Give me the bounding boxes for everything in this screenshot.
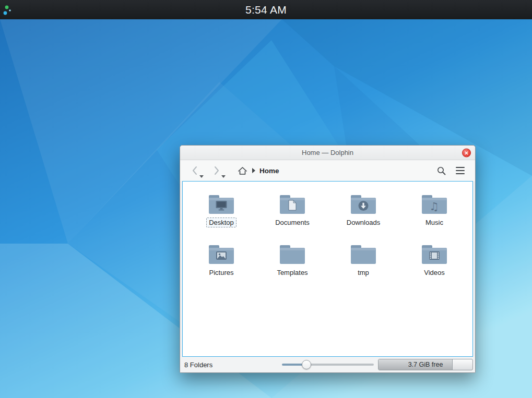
folder-label-documents[interactable]: Documents bbox=[273, 218, 312, 227]
panel-clock: 5:54 AM bbox=[245, 4, 287, 16]
folder-item-music[interactable]: ♫ Music bbox=[399, 189, 470, 239]
forward-history-caret-icon[interactable] bbox=[221, 175, 226, 178]
folder-item-videos[interactable]: Videos bbox=[399, 239, 470, 289]
desktop-folder-icon[interactable] bbox=[207, 193, 236, 216]
status-bar: 8 Folders 3.7 GiB free bbox=[180, 357, 475, 372]
back-arrow-icon bbox=[192, 166, 198, 175]
zoom-slider[interactable] bbox=[282, 359, 374, 370]
folder-label-videos[interactable]: Videos bbox=[421, 268, 447, 278]
free-space-bar: 3.7 GiB free bbox=[378, 359, 473, 370]
folder-item-pictures[interactable]: Pictures bbox=[186, 239, 257, 289]
music-folder-icon[interactable]: ♫ bbox=[420, 193, 449, 216]
menu-button[interactable] bbox=[452, 163, 468, 178]
free-space-label: 3.7 GiB free bbox=[379, 359, 472, 370]
folder-label-pictures[interactable]: Pictures bbox=[207, 268, 237, 278]
top-panel: 5:54 AM bbox=[0, 0, 532, 19]
activities-tray-icon[interactable] bbox=[2, 3, 14, 17]
search-button[interactable] bbox=[433, 163, 449, 178]
folder-item-tmp[interactable]: tmp bbox=[328, 239, 399, 289]
back-button[interactable] bbox=[187, 163, 202, 178]
pictures-folder-icon[interactable] bbox=[207, 243, 236, 266]
search-icon bbox=[436, 166, 446, 176]
folder-view[interactable]: Desktop Documents bbox=[182, 181, 473, 357]
forward-button[interactable] bbox=[209, 163, 224, 178]
zoom-slider-handle[interactable] bbox=[302, 360, 311, 369]
dolphin-window: Home — Dolphin ✕ Home bbox=[180, 145, 476, 373]
items-count: 8 Folders bbox=[184, 361, 212, 369]
folder-item-downloads[interactable]: Downloads bbox=[328, 189, 399, 239]
hamburger-menu-icon bbox=[456, 167, 465, 174]
folder-item-templates[interactable]: Templates bbox=[257, 239, 328, 289]
back-history-caret-icon[interactable] bbox=[199, 175, 204, 178]
folder-label-templates[interactable]: Templates bbox=[274, 268, 310, 278]
folder-item-desktop[interactable]: Desktop bbox=[186, 189, 257, 239]
forward-arrow-icon bbox=[214, 166, 220, 175]
templates-folder-icon[interactable] bbox=[278, 243, 307, 266]
window-toolbar: Home bbox=[180, 160, 475, 181]
folder-label-music[interactable]: Music bbox=[423, 218, 446, 227]
home-button[interactable] bbox=[235, 163, 249, 178]
downloads-folder-icon[interactable] bbox=[349, 193, 378, 216]
folder-label-downloads[interactable]: Downloads bbox=[344, 218, 383, 227]
folder-label-tmp[interactable]: tmp bbox=[355, 268, 372, 278]
documents-folder-icon[interactable] bbox=[278, 193, 307, 216]
window-titlebar[interactable]: Home — Dolphin ✕ bbox=[180, 146, 475, 160]
window-title: Home — Dolphin bbox=[302, 149, 353, 156]
zoom-slider-track[interactable] bbox=[306, 364, 373, 366]
svg-text:♫: ♫ bbox=[429, 200, 439, 213]
caret-right-icon bbox=[252, 168, 255, 173]
tmp-folder-icon[interactable] bbox=[349, 243, 378, 266]
folder-item-documents[interactable]: Documents bbox=[257, 189, 328, 239]
breadcrumb-home[interactable]: Home bbox=[259, 167, 279, 175]
home-icon bbox=[238, 166, 247, 175]
close-button[interactable]: ✕ bbox=[462, 148, 471, 157]
videos-folder-icon[interactable] bbox=[420, 243, 449, 266]
folder-label-desktop[interactable]: Desktop bbox=[206, 218, 237, 227]
folder-grid: Desktop Documents bbox=[183, 182, 472, 289]
